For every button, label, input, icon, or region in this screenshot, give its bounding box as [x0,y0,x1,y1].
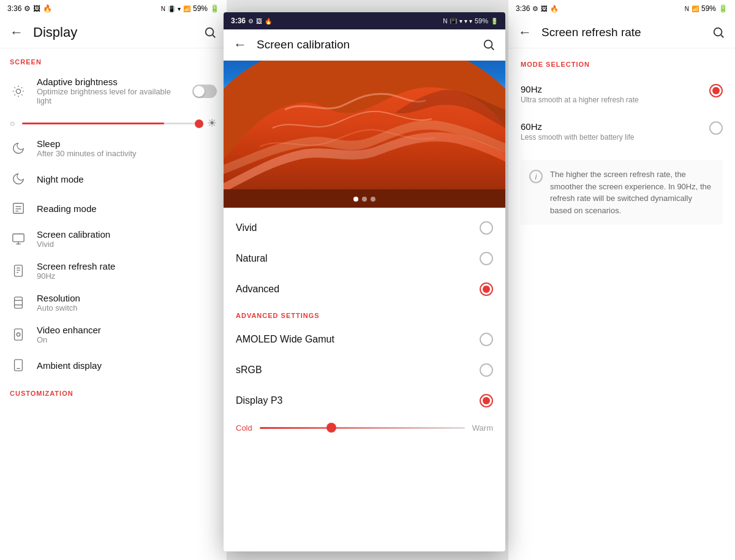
cold-label: Cold [236,423,252,433]
temp-track[interactable] [260,427,465,429]
video-enhancer-title: Video enhancer [37,325,101,335]
dot-1 [353,197,358,202]
brightness-icon [10,83,27,100]
natural-radio[interactable] [480,252,493,265]
adaptive-brightness-text: Adaptive brightness Optimize brightness … [37,77,183,105]
menu-item-ambient-display[interactable]: Ambient display [0,350,227,380]
natural-option[interactable]: Natural [224,243,505,274]
menu-item-sleep[interactable]: Sleep After 30 minutes of inactivity [0,132,227,164]
amoled-wide-gamut-option[interactable]: AMOLED Wide Gamut [224,324,505,355]
vibrate-icon-left: 📳 [168,6,175,12]
center-panel: 3:36 ⚙ 🖼 🔥 N 📳 ▾ ▾ ▾ 59% 🔋 ← Screen cali… [224,12,505,551]
info-text: The higher the screen refresh rate, the … [550,168,714,216]
amoled-radio[interactable] [480,333,493,346]
svg-line-9 [15,94,15,95]
ambient-display-icon [10,357,27,374]
left-panel: 3:36 ⚙ 🖼 🔥 N 📳 ▾ 📶 59% 🔋 ← Display SCREE… [0,0,227,560]
preview-image [224,61,505,208]
gear-icon-center: ⚙ [248,18,254,25]
resolution-subtitle: Auto switch [37,303,80,312]
90hz-subtitle: Ultra smooth at a higher refresh rate [521,96,639,104]
brightness-slider-area: ○ ☀ [0,112,227,132]
adaptive-brightness-subtitle: Optimize brightness level for available … [37,87,183,105]
status-right-center: N 📳 ▾ ▾ ▾ 59% 🔋 [443,17,498,25]
advanced-option[interactable]: Advanced [224,274,505,305]
night-mode-text: Night mode [37,174,84,184]
svg-line-1 [213,35,215,37]
back-button-right[interactable]: ← [518,25,532,40]
vivid-option[interactable]: Vivid [224,213,505,243]
search-button-right[interactable] [712,26,725,39]
search-button-center[interactable] [482,38,496,51]
brightness-track[interactable] [22,123,200,124]
menu-item-video-enhancer[interactable]: Video enhancer On [0,319,227,350]
svg-point-26 [17,333,20,336]
display-p3-radio[interactable] [480,394,493,407]
sleep-subtitle: After 30 minutes of inactivity [37,149,137,158]
vivid-label: Vivid [236,222,257,233]
signal-icons-center: ▾ ▾ ▾ [459,18,472,25]
photo-icon-right: 🖼 [541,5,548,12]
status-left: 3:36 ⚙ 🖼 🔥 [7,4,52,13]
warm-label: Warm [472,423,493,433]
back-button-center[interactable]: ← [233,37,247,53]
reading-mode-text: Reading mode [37,203,97,214]
display-header: ← Display [0,17,227,48]
srgb-option[interactable]: sRGB [224,355,505,385]
temperature-slider-area: Cold Warm [224,416,505,442]
dot-3 [371,197,375,202]
svg-rect-22 [15,297,23,308]
screen-calibration-icon [10,230,27,248]
60hz-option[interactable]: 60Hz Less smooth with better battery lif… [508,113,735,150]
display-p3-option[interactable]: Display P3 [224,385,505,416]
calibration-options: Vivid Natural Advanced ADVANCED SETTINGS… [224,208,505,447]
svg-point-2 [16,89,20,93]
srgb-radio[interactable] [480,363,493,377]
menu-item-screen-refresh-rate[interactable]: Screen refresh rate 90Hz [0,255,227,287]
ambient-display-title: Ambient display [37,360,102,371]
90hz-radio[interactable] [709,84,723,97]
menu-item-reading-mode[interactable]: Reading mode [0,194,227,223]
90hz-option[interactable]: 90Hz Ultra smooth at a higher refresh ra… [508,75,735,113]
wifi-icon-left: ▾ [178,6,181,12]
status-right-left: N 📳 ▾ 📶 59% 🔋 [161,4,219,13]
svg-line-35 [721,35,723,37]
svg-line-30 [491,47,494,50]
vibrate-icon-center: 📳 [450,18,457,25]
90hz-title: 90Hz [521,84,639,94]
menu-item-resolution[interactable]: Resolution Auto switch [0,287,227,319]
svg-point-0 [206,28,214,36]
search-button-left[interactable] [203,26,217,39]
90hz-radio-inner [712,87,720,94]
svg-rect-27 [15,360,23,371]
night-mode-title: Night mode [37,174,84,184]
brightness-thumb[interactable] [195,119,203,128]
screen-calibration-text: Screen calibration Vivid [37,229,110,249]
srgb-label: sRGB [236,365,262,376]
brightness-fill [22,123,164,124]
battery-right: 59% [701,4,716,13]
calibration-title: Screen calibration [257,38,350,51]
customization-section-label: CUSTOMIZATION [0,380,227,402]
status-bar-right: 3:36 ⚙ 🖼 🔥 N 📶 59% 🔋 [508,0,735,17]
svg-rect-15 [13,234,24,242]
menu-item-adaptive-brightness[interactable]: Adaptive brightness Optimize brightness … [0,70,227,112]
60hz-subtitle: Less smooth with better battery life [521,133,634,142]
temp-thumb[interactable] [326,423,336,433]
60hz-radio[interactable] [709,121,723,135]
calibration-header: ← Screen calibration [224,29,505,61]
screen-refresh-title: Screen refresh rate [37,261,115,271]
advanced-radio[interactable] [480,282,493,296]
menu-item-screen-calibration[interactable]: Screen calibration Vivid [0,223,227,255]
svg-point-34 [714,28,722,36]
svg-line-8 [21,94,22,95]
menu-item-night-mode[interactable]: Night mode [0,164,227,194]
signal-icon-left: 📶 [183,6,190,12]
screen-refresh-subtitle: 90Hz [37,271,115,281]
vivid-radio[interactable] [480,221,493,235]
adaptive-brightness-toggle[interactable] [192,85,217,98]
video-enhancer-subtitle: On [37,335,101,344]
back-button-left[interactable]: ← [10,25,23,40]
flame-icon-right: 🔥 [550,5,559,13]
sleep-icon [10,140,27,157]
